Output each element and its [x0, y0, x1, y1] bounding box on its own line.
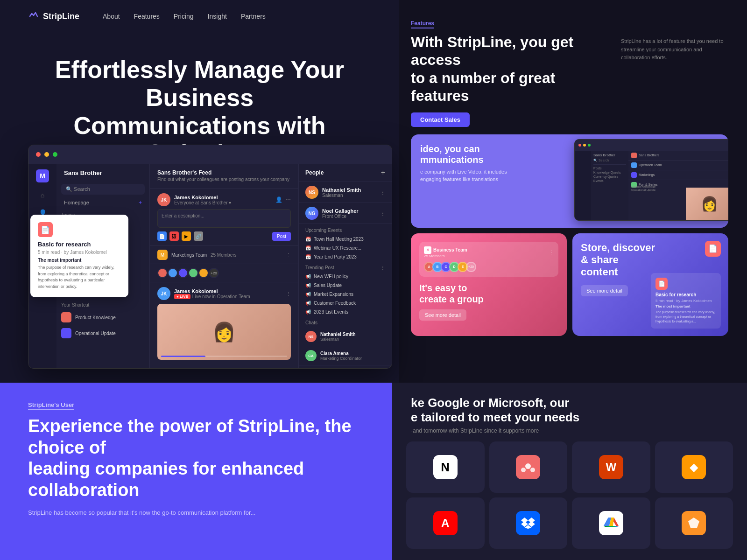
event-1-icon: 📅 — [305, 237, 311, 242]
group-team-preview: ✕ Business Team 25 Members ⋮ A B C D E — [419, 242, 558, 277]
feed-header: Sans Brother's Feed Find out what your c… — [150, 164, 298, 189]
svg-marker-16 — [688, 518, 699, 528]
group-see-more-button[interactable]: See more detail — [419, 309, 466, 321]
basic-card-text: The purpose of research can vary widely,… — [38, 265, 121, 290]
team-avatar-3 — [178, 268, 188, 278]
vmockup-text-1: Sans Brother — [593, 153, 626, 157]
integration-notion[interactable]: N — [406, 441, 485, 493]
vmockup-pk: Product Knowledge Operational Update — [628, 184, 728, 192]
post-icon-video[interactable]: ▶ — [182, 231, 191, 241]
group-team-header: ✕ Business Team 25 Members ⋮ — [424, 246, 554, 258]
integration-unknown[interactable]: ◆ — [655, 441, 733, 493]
store-doc-text: The purpose of research can vary widely,… — [655, 310, 716, 323]
shortcut-product-knowledge[interactable]: Product Knowledge — [56, 309, 149, 325]
post-icon-link[interactable]: 🔗 — [194, 231, 203, 241]
asana-icon — [516, 455, 540, 479]
vmockup-divider — [593, 164, 626, 165]
group-team-info: ✕ Business Team 25 Members — [424, 246, 467, 258]
group-avatars-row: A B C D E +20 — [424, 262, 554, 272]
vmockup-dot-yellow — [583, 144, 586, 147]
live-badge: ● LIVE — [174, 294, 190, 299]
mockup-topbar — [28, 145, 392, 164]
post-textarea[interactable]: Enter a description... — [157, 209, 291, 228]
group-team-more[interactable]: ⋮ — [549, 250, 554, 255]
chat-clara[interactable]: CA Clara Amena Marketing Coordinator — [299, 346, 392, 365]
nav-insight[interactable]: Insight — [208, 13, 227, 20]
bottom-left-section: StripLine's User Experience the power of… — [0, 383, 399, 560]
user-icon[interactable]: 👤 — [275, 196, 282, 203]
marketings-more-icon[interactable]: ⋮ — [286, 252, 291, 258]
vmockup-item-3: Currency Quotes — [593, 175, 626, 178]
sidebar-home-icon[interactable]: ⌂ — [37, 190, 48, 200]
event-2-icon: 📅 — [305, 245, 311, 251]
svg-point-1 — [521, 468, 526, 472]
post-button[interactable]: Post — [272, 232, 291, 241]
integration-asana[interactable] — [489, 441, 568, 493]
group-card-title: It's easy to create a group — [419, 282, 558, 305]
event-2[interactable]: 📅 Webinar UX Researc... — [299, 244, 392, 252]
features-description: StripLine has a lot of feature that you … — [621, 19, 728, 62]
marketings-team-meta: 25 Members — [211, 252, 237, 258]
search-box[interactable]: 🔍 Search — [61, 184, 145, 195]
nav-pricing[interactable]: Pricing — [174, 13, 194, 20]
vmockup-team-item-3: Marketings — [628, 170, 728, 180]
nav-partners[interactable]: Partners — [241, 13, 266, 20]
people-add-icon[interactable]: + — [381, 168, 385, 177]
vmockup-main: Sans Brothers Operation Team Marketings — [628, 151, 728, 220]
bottom-cards-row: ✕ Business Team 25 Members ⋮ A B C D E — [411, 233, 728, 336]
integration-office[interactable]: W — [572, 441, 650, 493]
post-icon-doc[interactable]: 📄 — [157, 231, 167, 241]
features-header-section: Features With StripLine, you get access … — [392, 0, 747, 336]
dropbox-icon — [516, 511, 540, 535]
integration-gdrive[interactable] — [572, 497, 650, 549]
logo: StripLine — [28, 11, 79, 22]
integration-dropbox[interactable] — [489, 497, 568, 549]
store-card-icon: 📄 — [705, 241, 721, 257]
video-mockup-preview: Sans Brother 🔍 Search Posts Knowledge Qu… — [574, 139, 728, 221]
live-more-icon[interactable]: ⋮ — [286, 291, 291, 296]
basic-card-icon: 📄 — [38, 222, 53, 237]
gdrive-icon — [599, 511, 623, 535]
trending-5[interactable]: 📢 2023 List Events — [299, 308, 392, 316]
vmockup-dot-red — [578, 144, 581, 147]
person-nathaniel: NS Nathaniel Smith Salesman ⋮ — [299, 182, 392, 203]
team-avatar-2 — [168, 268, 178, 278]
event-3[interactable]: 📅 Year End Party 2023 — [299, 252, 392, 261]
unknown-icon: ◆ — [682, 455, 706, 479]
person-nathaniel-more[interactable]: ⋮ — [381, 190, 385, 195]
chat-clara-info: Clara Amena Marketing Coordinator — [320, 351, 362, 361]
basic-for-research-card: 📄 Basic for research 5 min read · by Jam… — [30, 215, 128, 297]
trending-5-icon: 📢 — [305, 309, 311, 315]
chat-nathaniel-avatar: NS — [305, 331, 317, 342]
shortcut-operational-update[interactable]: Operational Update — [56, 325, 149, 341]
bottom-desc: StripLine has become so popular that it'… — [28, 508, 308, 518]
event-1[interactable]: 📅 Town Hall Meeting 2023 — [299, 235, 392, 244]
vmockup-pk-text: Product Knowledge — [631, 185, 728, 188]
integration-adobe[interactable]: A — [406, 497, 485, 549]
group-team-name-row: ✕ Business Team — [424, 246, 467, 254]
marketings-team-icon: M — [157, 250, 168, 260]
trending-more-icon[interactable]: ⋮ — [381, 265, 385, 270]
trending-4[interactable]: 📢 Customer Feedback — [299, 299, 392, 308]
integration-sketch[interactable] — [655, 497, 733, 549]
person-noel-more[interactable]: ⋮ — [381, 211, 385, 216]
vmockup-team-color-2 — [631, 162, 637, 168]
chat-nathaniel[interactable]: NS Nathaniel Smith Salesman — [299, 327, 392, 346]
channel-homepage[interactable]: Homepage + — [56, 196, 149, 209]
person-nathaniel-avatar: NS — [305, 186, 318, 199]
contact-sales-button[interactable]: Contact Sales — [411, 112, 470, 127]
trending-1[interactable]: 📢 New WFH policy — [299, 272, 392, 281]
more-icon[interactable]: ⋯ — [285, 196, 291, 203]
nav-about[interactable]: About — [103, 13, 120, 20]
trending-2[interactable]: 📢 Sales Update — [299, 281, 392, 290]
trending-3[interactable]: 📢 Market Expansions — [299, 290, 392, 299]
vmockup-item-2: Knowledge Quests — [593, 171, 626, 174]
post-icon-image[interactable]: 🖼 — [169, 231, 179, 241]
store-see-more-button[interactable]: See more detail — [581, 285, 628, 296]
nav-features[interactable]: Features — [134, 13, 160, 20]
video-feature-card: ideo, you can mmunications e company wit… — [411, 134, 728, 228]
post-action-icons: 👤 ⋯ — [275, 196, 291, 203]
vmockup-ou-text: Operational Update — [631, 189, 728, 191]
vmockup-dot-green — [588, 144, 591, 147]
post-composer: JK James Kokolomel Everyone at Sans Brot… — [150, 189, 298, 246]
